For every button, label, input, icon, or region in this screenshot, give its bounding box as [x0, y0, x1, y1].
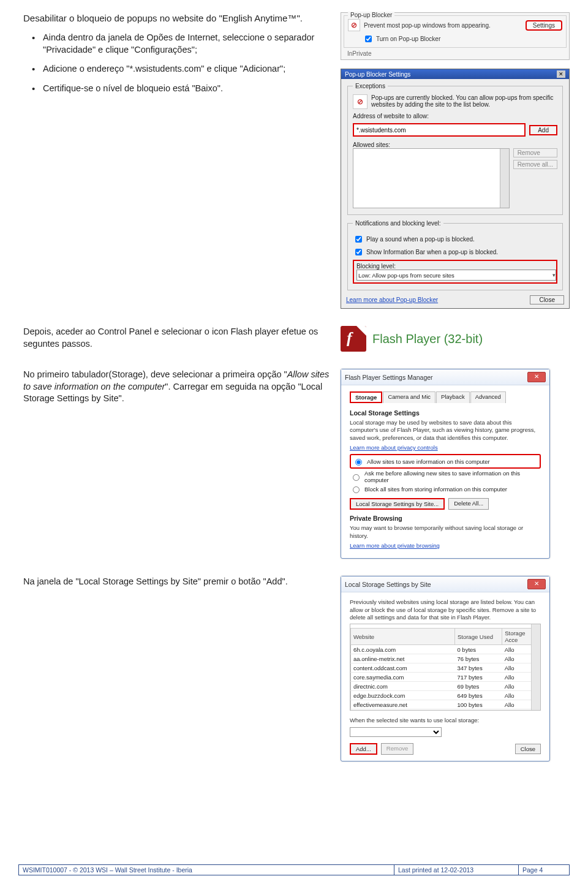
table-cell: directnic.com: [351, 682, 455, 691]
ask-before-radio-input[interactable]: [353, 474, 360, 481]
table-cell: 6h.c.ooyala.com: [351, 645, 455, 654]
lss-desc: Previously visited websites using local …: [350, 599, 541, 621]
table-row[interactable]: aa.online-metrix.net76 bytesAllo: [351, 654, 540, 663]
popup-blocker-desc: Prevent most pop-up windows from appeari…: [364, 22, 522, 29]
table-cell: embed.wistia.com: [351, 709, 455, 711]
learn-privacy-link[interactable]: Learn more about privacy controls: [350, 444, 541, 451]
tab-playback[interactable]: Playback: [436, 391, 470, 403]
remove-site-button[interactable]: Remove: [381, 743, 413, 755]
storage-access-select[interactable]: [350, 727, 442, 737]
flash-player-entry[interactable]: f Flash Player (32-bit): [341, 326, 570, 352]
popup-blocker-legend: Pop-up Blocker: [348, 12, 394, 18]
close-button[interactable]: Close: [530, 295, 564, 304]
table-cell: 84 bytes: [454, 709, 502, 711]
remove-button[interactable]: Remove: [513, 148, 557, 157]
bullet-item: Adicione o endereço "*.wsistudents.com" …: [23, 63, 330, 75]
close-icon[interactable]: ✕: [527, 372, 546, 382]
notif-infobar-checkbox[interactable]: Show Information Bar when a pop-up is bl…: [353, 247, 557, 257]
allow-sites-radio-label: Allow sites to save information on this …: [367, 458, 490, 465]
table-row[interactable]: directnic.com69 bytesAllo: [351, 682, 540, 691]
col-website[interactable]: Website: [351, 629, 455, 645]
tab-camera-mic[interactable]: Camera and Mic: [383, 391, 435, 403]
table-cell: 649 bytes: [454, 691, 502, 700]
ask-before-radio[interactable]: Ask me before allowing new sites to save…: [350, 470, 541, 483]
sites-table[interactable]: Website Storage Used Storage Acce 6h.c.o…: [350, 628, 540, 711]
tab-advanced[interactable]: Advanced: [470, 391, 506, 403]
table-cell: aa.online-metrix.net: [351, 654, 455, 663]
footer-page-number: Page 4: [519, 865, 570, 875]
block-all-radio-input[interactable]: [353, 486, 360, 493]
table-cell: 69 bytes: [454, 682, 502, 691]
table-row[interactable]: effectivemeasure.net100 bytesAllo: [351, 700, 540, 709]
notif-sound-input[interactable]: [355, 236, 362, 243]
turn-on-checkbox[interactable]: Turn on Pop-up Blocker: [363, 34, 562, 44]
storage-paragraph: No primeiro tabulador(Storage), deve sel…: [23, 369, 329, 403]
close-icon[interactable]: ✕: [527, 579, 546, 589]
blocking-level-value: Low: Allow pop-ups from secure sites: [358, 272, 454, 279]
allowed-label: Allowed sites:: [353, 142, 557, 148]
ask-before-radio-label: Ask me before allowing new sites to save…: [364, 470, 541, 483]
footer-print-date: Last printed at 12-02-2013: [394, 865, 519, 875]
close-button[interactable]: Close: [515, 744, 541, 754]
footer-doc-id: WSIMIT010007 - © 2013 WSI – Wall Street …: [19, 865, 394, 875]
page-footer: WSIMIT010007 - © 2013 WSI – Wall Street …: [18, 864, 570, 875]
private-browsing-desc: You may want to browse temporarily witho…: [350, 524, 541, 540]
address-input[interactable]: [353, 123, 526, 137]
allowed-sites-listbox[interactable]: [353, 148, 510, 208]
flash-settings-manager-window: Flash Player Settings Manager ✕ Storage …: [341, 369, 550, 559]
tabs: Storage Camera and Mic Playback Advanced: [350, 391, 541, 403]
table-row[interactable]: core.saymedia.com717 bytesAllo: [351, 673, 540, 682]
local-storage-heading: Local Storage Settings: [350, 409, 541, 417]
allow-sites-radio-highlight: Allow sites to save information on this …: [350, 454, 541, 469]
learn-more-link[interactable]: Learn more about Pop-up Blocker: [346, 297, 438, 303]
dialog-title: Pop-up Blocker Settings: [345, 71, 410, 78]
scrollbar[interactable]: [500, 149, 509, 208]
allow-sites-radio-input[interactable]: [355, 459, 362, 466]
table-cell: 100 bytes: [454, 700, 502, 709]
add-site-button[interactable]: Add...: [350, 743, 377, 755]
table-cell: effectivemeasure.net: [351, 700, 455, 709]
dialog-close-icon[interactable]: ✕: [557, 70, 565, 78]
table-row[interactable]: edge.buzzdock.com649 bytesAllo: [351, 691, 540, 700]
window-title: Flash Player Settings Manager: [345, 374, 433, 381]
delete-all-button[interactable]: Delete All...: [448, 498, 489, 510]
flash-player-label: Flash Player (32-bit): [372, 332, 483, 346]
block-all-radio[interactable]: Block all sites from storing information…: [350, 485, 541, 493]
table-row[interactable]: content.oddcast.com347 bytesAllo: [351, 663, 540, 673]
bullet-list: Ainda dentro da janela de Opões de Inter…: [23, 32, 330, 94]
tab-storage[interactable]: Storage: [350, 391, 382, 403]
table-cell: core.saymedia.com: [351, 673, 455, 682]
allow-sites-radio[interactable]: Allow sites to save information on this …: [352, 457, 538, 466]
notif-infobar-label: Show Information Bar when a pop-up is bl…: [366, 249, 498, 255]
block-all-radio-label: Block all sites from storing information…: [364, 486, 507, 493]
local-storage-desc: Local storage may be used by websites to…: [350, 419, 541, 442]
table-cell: edge.buzzdock.com: [351, 691, 455, 700]
local-storage-paragraph: Na janela de "Local Storage Settings by …: [23, 576, 330, 588]
local-storage-by-site-window: Local Storage Settings by Site ✕ Previou…: [341, 576, 550, 761]
table-cell: 717 bytes: [454, 673, 502, 682]
flash-paragraph: Depois, aceder ao Control Panel e seleci…: [23, 326, 330, 350]
settings-button[interactable]: Settings: [526, 20, 562, 31]
notifications-legend: Notifications and blocking level:: [353, 220, 443, 227]
turn-on-checkbox-input[interactable]: [365, 36, 372, 42]
table-cell: 0 bytes: [454, 645, 502, 654]
inprivate-label: InPrivate: [341, 50, 569, 59]
notif-infobar-input[interactable]: [355, 249, 362, 255]
table-row[interactable]: 6h.c.ooyala.com0 bytesAllo: [351, 645, 540, 654]
section-heading: Desabilitar o bloqueio de popups no webs…: [23, 12, 330, 25]
table-row[interactable]: embed.wistia.com84 bytesAllo: [351, 709, 540, 711]
table-cell: 347 bytes: [454, 663, 502, 673]
flash-icon: f: [341, 326, 366, 352]
remove-all-button[interactable]: Remove all...: [513, 160, 557, 169]
notif-sound-checkbox[interactable]: Play a sound when a pop-up is blocked.: [353, 234, 557, 244]
learn-private-link[interactable]: Learn more about private browsing: [350, 542, 541, 550]
blocking-level-select[interactable]: Low: Allow pop-ups from secure sites: [356, 270, 556, 281]
bullet-item: Certifique-se o nível de bloqueio está "…: [23, 83, 330, 95]
col-storage-used[interactable]: Storage Used: [454, 629, 502, 645]
scrollbar[interactable]: [531, 624, 540, 710]
add-button[interactable]: Add: [529, 125, 557, 135]
turn-on-label: Turn on Pop-up Blocker: [376, 36, 440, 42]
local-storage-by-site-button[interactable]: Local Storage Settings by Site...: [350, 498, 445, 510]
blocking-level-label: Blocking level:: [356, 263, 554, 270]
table-cell: 76 bytes: [454, 654, 502, 663]
